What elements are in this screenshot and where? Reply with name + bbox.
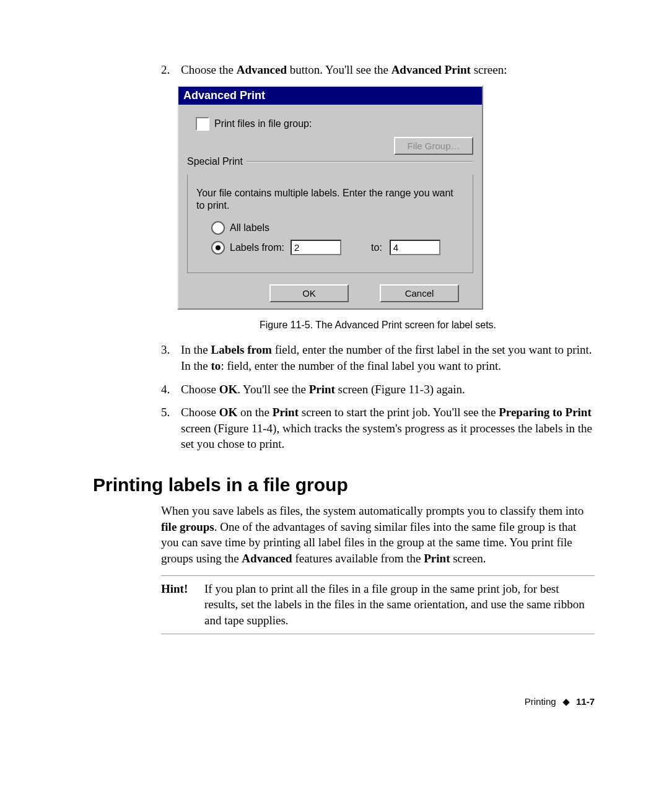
figure-caption: Figure 11-5. The Advanced Print screen f… [161, 320, 595, 331]
step-2: 2. Choose the Advanced button. You'll se… [161, 62, 595, 78]
text: Choose [181, 383, 219, 396]
step-body: Choose the Advanced button. You'll see t… [181, 62, 595, 78]
page-footer: Printing 11-7 [93, 696, 595, 707]
print-files-checkbox-row[interactable]: Print files in file group: [196, 117, 473, 131]
dialog-title: Advanced Print [178, 87, 482, 105]
step-number: 3. [161, 342, 176, 373]
radio-label: All labels [230, 222, 269, 234]
checkbox-label: Print files in file group: [214, 118, 312, 129]
footer-chapter: Printing [525, 696, 556, 707]
bold-text: Print [424, 552, 450, 565]
bold-text: file groups [161, 520, 214, 533]
dialog-body: Print files in file group: File Group… S… [178, 105, 482, 309]
step-5: 5. Choose OK on the Print screen to star… [161, 404, 595, 452]
bold-text: Print [273, 406, 299, 419]
bold-text: Labels from [211, 343, 272, 356]
all-labels-radio[interactable]: All labels [211, 221, 464, 235]
section-heading: Printing labels in a file group [93, 474, 595, 495]
labels-to-input[interactable] [390, 240, 440, 255]
step-number: 4. [161, 382, 176, 398]
fieldset-hint: Your file contains multiple labels. Ente… [196, 187, 464, 213]
divider [247, 161, 473, 162]
text: screen to start the print job. You'll se… [299, 406, 499, 419]
radio-icon[interactable] [211, 221, 225, 235]
text: button. You'll see the [287, 63, 391, 76]
step-4: 4. Choose OK. You'll see the Print scree… [161, 382, 595, 398]
file-group-button: File Group… [394, 137, 473, 155]
text: Choose the [181, 63, 237, 76]
step-3: 3. In the Labels from field, enter the n… [161, 342, 595, 373]
text: : field, enter the number of the final l… [221, 359, 501, 372]
radio-label: Labels from: [230, 242, 284, 253]
bold-text: Advanced Print [391, 63, 471, 76]
checkbox-icon[interactable] [196, 117, 209, 131]
bold-text: Preparing to Print [499, 406, 592, 419]
text: . You'll see the [237, 383, 308, 396]
special-print-fieldset: Special Print Your file contains multipl… [187, 156, 473, 274]
labels-from-radio[interactable]: Labels from: to: [211, 240, 464, 255]
step-number: 2. [161, 62, 176, 78]
cancel-button[interactable]: Cancel [380, 284, 459, 302]
step-number: 5. [161, 404, 176, 452]
bold-text: Advanced [237, 63, 287, 76]
text: In the [181, 343, 211, 356]
step-body: Choose OK. You'll see the Print screen (… [181, 382, 595, 398]
bold-text: OK [219, 383, 238, 396]
text: When you save labels as files, the syste… [161, 504, 584, 517]
hint-block: Hint! If you plan to print all the files… [161, 575, 595, 634]
file-group-row: File Group… [187, 137, 473, 155]
ok-button[interactable]: OK [269, 284, 349, 302]
step-list: 2. Choose the Advanced button. You'll se… [161, 62, 595, 452]
bold-text: Advanced [242, 552, 292, 565]
labels-from-input[interactable] [291, 240, 341, 255]
text: Choose [181, 406, 219, 419]
page: 2. Choose the Advanced button. You'll se… [0, 0, 669, 744]
bold-text: OK [219, 406, 238, 419]
advanced-print-dialog: Advanced Print Print files in file group… [177, 85, 483, 310]
step-body: In the Labels from field, enter the numb… [181, 342, 595, 373]
hint-label: Hint! [161, 581, 198, 629]
radio-icon[interactable] [211, 241, 225, 255]
step-body: Choose OK on the Print screen to start t… [181, 404, 595, 452]
diamond-icon [562, 699, 569, 705]
to-label: to: [371, 242, 382, 253]
hint-text: If you plan to print all the files in a … [204, 581, 595, 629]
text: screen (Figure 11-4), which tracks the s… [181, 422, 592, 451]
bold-text: to [211, 359, 221, 372]
text: screen (Figure 11-3) again. [335, 383, 465, 396]
bold-text: Print [309, 383, 335, 396]
footer-page: 11-7 [576, 696, 595, 707]
text: screen: [471, 63, 507, 76]
body-paragraph: When you save labels as files, the syste… [161, 503, 595, 567]
text: features available from the [292, 552, 424, 565]
text: on the [237, 406, 272, 419]
text: screen. [450, 552, 486, 565]
dialog-button-row: OK Cancel [187, 284, 473, 302]
fieldset-legend: Special Print [187, 156, 247, 167]
